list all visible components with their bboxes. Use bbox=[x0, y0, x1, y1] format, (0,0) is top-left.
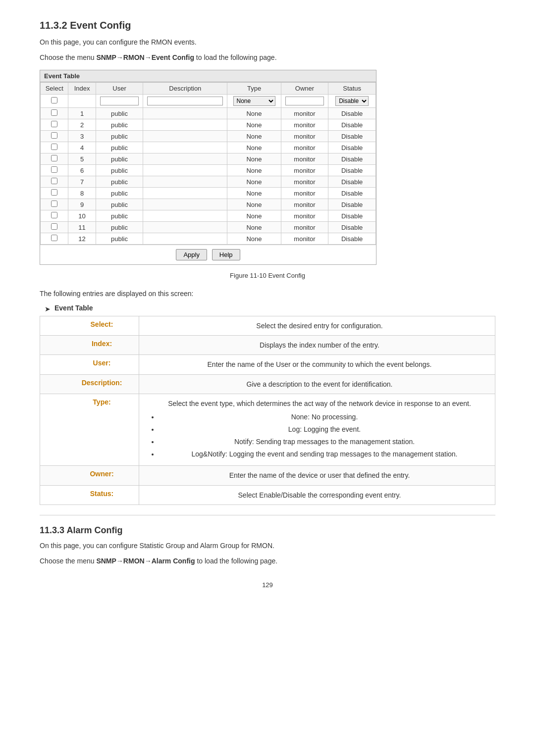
field-user-desc: Enter the name of the User or the commun… bbox=[139, 355, 495, 374]
field-descriptions-table: Select: Select the desired entry for con… bbox=[40, 316, 495, 505]
row-index: 10 bbox=[68, 210, 96, 222]
row-description bbox=[143, 165, 227, 176]
row-user: public bbox=[96, 210, 143, 222]
status-select-input[interactable]: Disable Enable bbox=[335, 96, 369, 106]
row-owner: monitor bbox=[281, 153, 328, 165]
menu-instruction: Choose the menu SNMP→RMON→Event Config t… bbox=[40, 52, 495, 63]
row-description bbox=[143, 233, 227, 245]
row-description bbox=[143, 142, 227, 153]
row-user: public bbox=[96, 142, 143, 153]
field-type: Type: Select the event type, which deter… bbox=[40, 394, 495, 466]
row-user: public bbox=[96, 153, 143, 165]
row-status: Disable bbox=[328, 153, 376, 165]
row-checkbox[interactable] bbox=[51, 212, 57, 218]
type-select-input[interactable]: None Log Notify Log&Notify bbox=[233, 96, 275, 106]
row-user: public bbox=[96, 131, 143, 142]
table-row: 4 public None monitor Disable bbox=[41, 142, 376, 153]
row-type: None bbox=[227, 210, 281, 222]
row-owner: monitor bbox=[281, 176, 328, 188]
row-status: Disable bbox=[328, 222, 376, 233]
field-index-label: Index: bbox=[40, 335, 139, 354]
row-status: Disable bbox=[328, 199, 376, 210]
row-owner: monitor bbox=[281, 119, 328, 131]
section-title-11-3-2: 11.3.2 Event Config bbox=[40, 20, 495, 31]
row-index: 5 bbox=[68, 153, 96, 165]
row-type: None bbox=[227, 188, 281, 199]
event-table: Select Index User Description Type Owner… bbox=[40, 82, 376, 245]
row-checkbox[interactable] bbox=[51, 121, 57, 127]
row-description bbox=[143, 153, 227, 165]
arrow-icon: ➤ bbox=[45, 305, 51, 313]
row-checkbox[interactable] bbox=[51, 109, 57, 116]
table-input-row: None Log Notify Log&Notify Disable Enabl… bbox=[41, 95, 376, 108]
section-divider bbox=[40, 515, 495, 515]
row-description bbox=[143, 199, 227, 210]
row-index: 7 bbox=[68, 176, 96, 188]
row-user: public bbox=[96, 176, 143, 188]
row-checkbox[interactable] bbox=[51, 189, 57, 196]
row-description bbox=[143, 188, 227, 199]
row-status: Disable bbox=[328, 142, 376, 153]
row-type: None bbox=[227, 222, 281, 233]
row-type: None bbox=[227, 153, 281, 165]
page-number: 129 bbox=[40, 581, 495, 589]
row-description bbox=[143, 108, 227, 119]
row-checkbox[interactable] bbox=[51, 223, 57, 230]
row-type: None bbox=[227, 165, 281, 176]
row-checkbox[interactable] bbox=[51, 166, 57, 173]
field-description-desc: Give a description to the event for iden… bbox=[139, 374, 495, 394]
row-description bbox=[143, 210, 227, 222]
row-type: None bbox=[227, 199, 281, 210]
row-owner: monitor bbox=[281, 233, 328, 245]
row-owner: monitor bbox=[281, 142, 328, 153]
row-checkbox[interactable] bbox=[51, 155, 57, 161]
row-description bbox=[143, 222, 227, 233]
row-checkbox[interactable] bbox=[51, 235, 57, 241]
field-select-label: Select: bbox=[40, 316, 139, 335]
row-owner: monitor bbox=[281, 188, 328, 199]
row-checkbox[interactable] bbox=[51, 144, 57, 150]
description-input[interactable] bbox=[147, 97, 223, 105]
table-row: 1 public None monitor Disable bbox=[41, 108, 376, 119]
row-checkbox[interactable] bbox=[51, 178, 57, 184]
row-checkbox[interactable] bbox=[51, 132, 57, 139]
table-row: 2 public None monitor Disable bbox=[41, 119, 376, 131]
menu-instruction-11-3-3: Choose the menu SNMP→RMON→Alarm Config t… bbox=[40, 556, 495, 566]
field-owner-desc: Enter the name of the device or user tha… bbox=[139, 466, 495, 485]
owner-input[interactable] bbox=[285, 97, 324, 105]
select-all-checkbox[interactable] bbox=[51, 97, 57, 103]
row-type: None bbox=[227, 131, 281, 142]
apply-button[interactable]: Apply bbox=[176, 249, 207, 260]
row-owner: monitor bbox=[281, 165, 328, 176]
field-description: Description: Give a description to the e… bbox=[40, 374, 495, 394]
section-11-3-3-intro: On this page, you can configure Statisti… bbox=[40, 541, 495, 551]
col-header-description: Description bbox=[143, 83, 227, 95]
row-user: public bbox=[96, 199, 143, 210]
field-owner: Owner: Enter the name of the device or u… bbox=[40, 466, 495, 485]
row-index: 9 bbox=[68, 199, 96, 210]
field-index: Index: Displays the index number of the … bbox=[40, 335, 495, 354]
row-checkbox[interactable] bbox=[51, 201, 57, 207]
table-row: 6 public None monitor Disable bbox=[41, 165, 376, 176]
user-input[interactable] bbox=[100, 97, 139, 105]
row-index: 11 bbox=[68, 222, 96, 233]
col-header-owner: Owner bbox=[281, 83, 328, 95]
field-status: Status: Select Enable/Disable the corres… bbox=[40, 485, 495, 504]
type-bullet-item: None: No processing. bbox=[159, 412, 490, 422]
table-section-header: Event Table bbox=[40, 70, 376, 82]
help-button[interactable]: Help bbox=[212, 249, 240, 260]
type-bullets: None: No processing.Log: Logging the eve… bbox=[159, 412, 490, 459]
field-select-desc: Select the desired entry for configurati… bbox=[139, 316, 495, 335]
row-owner: monitor bbox=[281, 210, 328, 222]
table-row: 10 public None monitor Disable bbox=[41, 210, 376, 222]
field-owner-label: Owner: bbox=[40, 466, 139, 485]
row-owner: monitor bbox=[281, 199, 328, 210]
section-title-11-3-3: 11.3.3 Alarm Config bbox=[40, 525, 495, 536]
row-type: None bbox=[227, 142, 281, 153]
row-status: Disable bbox=[328, 165, 376, 176]
row-owner: monitor bbox=[281, 108, 328, 119]
menu-path-11-3-3: SNMP→RMON→Alarm Config bbox=[96, 557, 195, 565]
table-row: 5 public None monitor Disable bbox=[41, 153, 376, 165]
row-status: Disable bbox=[328, 108, 376, 119]
event-table-container: Event Table Select Index User Descriptio… bbox=[40, 70, 376, 265]
